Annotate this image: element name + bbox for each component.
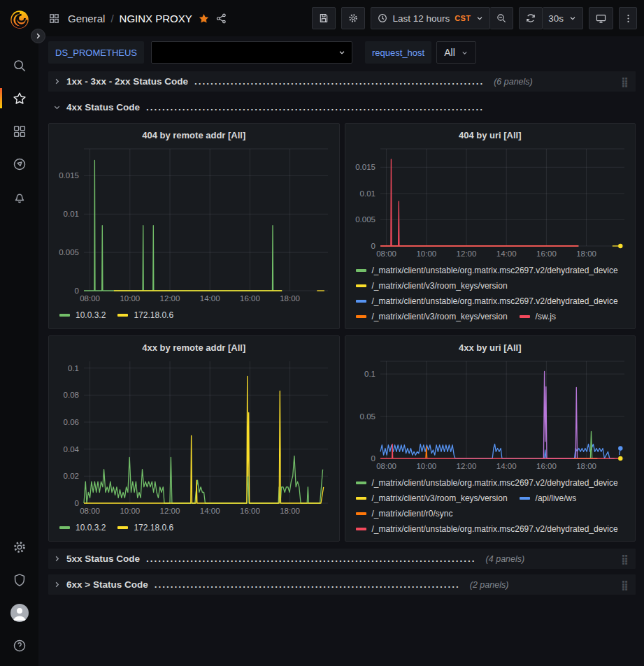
svg-text:0.06: 0.06 <box>64 418 79 426</box>
refresh-interval-label: 30s <box>548 13 564 24</box>
panel-title[interactable]: 404 by uri [All] <box>351 127 630 145</box>
datasource-select[interactable] <box>151 41 352 64</box>
chart-svg: 08:0010:0012:0014:0016:0018:0000.020.040… <box>55 357 334 518</box>
row-panel-count: (2 panels) <box>470 580 509 590</box>
request-host-value: All <box>444 47 455 58</box>
legend-label: /_matrix/client/unstable/org.matrix.msc2… <box>372 524 618 534</box>
sidebar-item-explore[interactable] <box>0 147 38 180</box>
row-header-1xx-3xx-2xx[interactable]: 1xx - 3xx - 2xx Status Code ............… <box>48 71 636 92</box>
sidebar-item-help[interactable] <box>0 629 38 662</box>
svg-text:0.05: 0.05 <box>359 412 375 421</box>
dashboard-title: NGINX PROXY <box>120 13 192 24</box>
legend-swatch <box>356 528 366 530</box>
bell-icon <box>12 189 27 205</box>
variables-bar: DS_PROMETHEUS request_host All <box>38 36 644 70</box>
panel-chart[interactable]: 08:0010:0012:0014:0016:0018:0000.050.1 <box>351 357 630 473</box>
legend-label: /_matrix/client/v3/room_keys/version <box>372 493 508 503</box>
legend-swatch <box>59 314 70 317</box>
avatar <box>10 604 29 622</box>
sidebar-item-configuration[interactable] <box>0 530 38 563</box>
legend-item[interactable]: /api/live/ws <box>520 491 577 506</box>
refresh-button[interactable] <box>519 7 543 29</box>
time-range-picker[interactable]: Last 12 hours CST <box>371 7 491 29</box>
request-host-variable: request_host All <box>365 41 476 64</box>
row-drag-handle[interactable]: ⣿ <box>621 77 629 87</box>
save-dashboard-button[interactable] <box>312 7 336 29</box>
shield-icon <box>12 572 27 588</box>
zoom-out-button[interactable] <box>490 7 513 29</box>
row-header-6xx[interactable]: 6xx > Status Code ......................… <box>48 574 636 595</box>
svg-text:14:00: 14:00 <box>496 249 516 258</box>
row-leader-dots: ........................................… <box>146 102 484 113</box>
top-nav-actions: Last 12 hours CST 30s <box>312 7 638 29</box>
row-panel-count: (4 panels) <box>486 554 525 564</box>
sidebar-item-profile[interactable] <box>0 596 38 629</box>
legend-item[interactable]: /sw.js <box>520 309 556 324</box>
datasource-label[interactable]: DS_PROMETHEUS <box>48 41 144 64</box>
top-nav: General / NGINX PROXY <box>38 0 644 36</box>
panel-404-by-remote-addr: 404 by remote addr [All] 08:0010:0012:00… <box>48 123 340 329</box>
kebab-menu-button[interactable] <box>619 7 637 29</box>
refresh-interval-picker[interactable]: 30s <box>543 7 583 29</box>
grafana-logo[interactable] <box>8 7 31 31</box>
legend-label: /sw.js <box>536 312 556 321</box>
dashboard-settings-button[interactable] <box>341 7 365 29</box>
grafana-app: General / NGINX PROXY <box>0 0 644 666</box>
panel-title[interactable]: 4xx by uri [All] <box>351 340 630 357</box>
svg-text:0: 0 <box>371 242 375 250</box>
svg-text:0.1: 0.1 <box>364 370 375 378</box>
legend-item[interactable]: /_matrix/client/unstable/org.matrix.msc2… <box>356 294 618 309</box>
svg-text:08:00: 08:00 <box>80 507 100 515</box>
legend-label: /api/live/ws <box>536 493 577 503</box>
legend-item[interactable]: 10.0.3.2 <box>59 520 106 535</box>
legend-item[interactable]: /_matrix/client/v3/room_keys/version <box>356 278 508 294</box>
sidebar-item-starred[interactable] <box>0 82 38 115</box>
svg-text:16:00: 16:00 <box>240 507 260 515</box>
row-title: 5xx Status Code <box>66 553 140 564</box>
legend-item[interactable]: 172.18.0.6 <box>117 520 173 535</box>
svg-text:14:00: 14:00 <box>496 462 516 470</box>
sidebar-item-search[interactable] <box>0 49 38 82</box>
svg-text:10:00: 10:00 <box>416 462 436 470</box>
legend-label: 10.0.3.2 <box>76 523 106 533</box>
panel-title[interactable]: 404 by remote addr [All] <box>55 127 334 145</box>
panel-title[interactable]: 4xx by remote addr [All] <box>55 340 334 357</box>
legend-item[interactable]: 10.0.3.2 <box>59 307 106 323</box>
row-drag-handle[interactable]: ⣿ <box>621 580 629 590</box>
svg-text:16:00: 16:00 <box>536 249 557 258</box>
legend-item[interactable]: /_matrix/client/r0/sync <box>356 506 453 521</box>
legend-swatch <box>520 497 530 500</box>
legend-item[interactable]: /_matrix/client/v3/room_keys/version <box>356 309 508 324</box>
sidebar-expand-button[interactable] <box>31 29 45 43</box>
chevron-right-icon <box>53 78 61 85</box>
svg-text:0: 0 <box>371 454 375 463</box>
legend-item[interactable]: /_matrix/client/v3/room_keys/version <box>356 491 508 506</box>
row-drag-handle[interactable]: ⣿ <box>621 554 629 564</box>
sidebar-item-dashboards[interactable] <box>0 115 38 147</box>
share-icon[interactable] <box>215 13 227 24</box>
legend-item[interactable]: /_matrix/client/unstable/org.matrix.msc2… <box>356 263 618 278</box>
svg-text:0: 0 <box>75 287 79 295</box>
svg-text:10:00: 10:00 <box>120 294 140 303</box>
datasource-variable: DS_PROMETHEUS <box>48 41 352 64</box>
legend-label: 10.0.3.2 <box>76 310 106 320</box>
cycle-view-mode-button[interactable] <box>589 7 613 29</box>
legend-item[interactable]: /_matrix/client/unstable/org.matrix.msc2… <box>356 475 618 491</box>
sidebar-item-server-admin[interactable] <box>0 563 38 596</box>
row-leader-dots: ........................................… <box>146 553 476 564</box>
request-host-label[interactable]: request_host <box>365 41 431 64</box>
legend-item[interactable]: 172.18.0.6 <box>117 307 173 323</box>
panel-chart[interactable]: 08:0010:0012:0014:0016:0018:0000.020.040… <box>55 357 334 518</box>
row-header-5xx[interactable]: 5xx Status Code ........................… <box>48 549 636 569</box>
legend-item[interactable]: /_matrix/client/unstable/org.matrix.msc2… <box>356 521 618 537</box>
favorite-star-icon[interactable] <box>198 13 210 24</box>
svg-text:0.08: 0.08 <box>64 391 79 399</box>
svg-text:12:00: 12:00 <box>456 462 476 470</box>
row-header-4xx[interactable]: 4xx Status Code ........................… <box>48 97 636 117</box>
panel-chart[interactable]: 08:0010:0012:0014:0016:0018:0000.0050.01… <box>351 145 630 261</box>
svg-text:08:00: 08:00 <box>376 249 396 258</box>
request-host-select[interactable]: All <box>436 41 476 64</box>
sidebar-item-alerting[interactable] <box>0 180 38 213</box>
panel-chart[interactable]: 08:0010:0012:0014:0016:0018:0000.0050.01… <box>55 145 334 305</box>
breadcrumb-folder[interactable]: General <box>68 13 105 24</box>
